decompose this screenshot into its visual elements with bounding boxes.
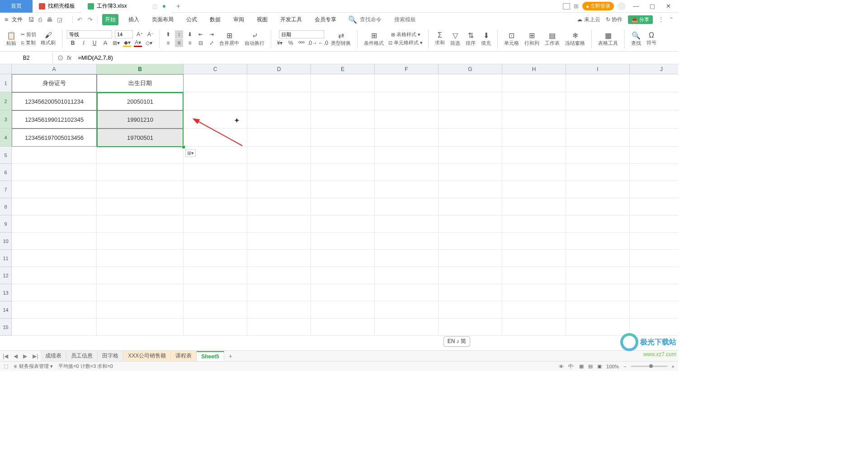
cell[interactable] [439, 267, 502, 284]
cell[interactable] [439, 147, 502, 164]
cell[interactable] [630, 267, 678, 284]
cell[interactable] [566, 198, 630, 215]
cell[interactable] [439, 129, 502, 147]
close-button[interactable]: ✕ [662, 3, 675, 10]
row-header[interactable]: 13 [0, 284, 12, 301]
freeze-button[interactable]: ❄冻结窗格 [563, 28, 587, 50]
zoom-out-button[interactable]: − [623, 364, 626, 369]
col-header[interactable]: D [247, 64, 311, 74]
cell[interactable] [439, 250, 502, 267]
sort-button[interactable]: ⇅排序 [464, 28, 477, 50]
cell[interactable] [247, 215, 311, 233]
col-header[interactable]: G [439, 64, 502, 74]
cell[interactable] [439, 319, 502, 336]
cell[interactable] [502, 129, 566, 147]
preview-icon[interactable]: ⎙ [38, 16, 42, 23]
cell[interactable] [184, 301, 247, 319]
reading-mode-icon[interactable] [563, 3, 570, 10]
row-header[interactable]: 4 [0, 129, 12, 147]
cell[interactable] [566, 301, 630, 319]
underline-button[interactable]: U [90, 39, 99, 47]
cell[interactable] [375, 250, 439, 267]
cell[interactable] [184, 267, 247, 284]
name-box[interactable] [0, 53, 53, 63]
cell[interactable] [375, 110, 439, 129]
cell[interactable] [311, 164, 375, 181]
maximize-button[interactable]: ▢ [646, 3, 659, 10]
collab-button[interactable]: ↻ 协作 [606, 16, 623, 24]
col-header[interactable]: F [375, 64, 439, 74]
cell[interactable] [439, 181, 502, 198]
template-search-input[interactable] [394, 16, 426, 23]
align-center-icon[interactable]: ≡ [175, 39, 183, 47]
sheet-tab[interactable]: 课程表 [171, 351, 197, 361]
share-button[interactable]: 📤 分享 [628, 15, 653, 24]
cell[interactable] [311, 129, 375, 147]
doc-tab-workbook[interactable]: 工作簿3.xlsx ◫ [81, 0, 172, 13]
row-header[interactable]: 1 [0, 74, 12, 92]
cell[interactable] [502, 267, 566, 284]
cell[interactable] [439, 233, 502, 250]
cell[interactable] [439, 74, 502, 92]
cell[interactable] [502, 250, 566, 267]
cell[interactable] [630, 301, 678, 319]
cell[interactable] [184, 198, 247, 215]
align-bot-icon[interactable]: ⬇ [186, 30, 194, 38]
cell[interactable] [12, 198, 97, 215]
dec-decimal-icon[interactable]: ←.0 [319, 39, 327, 47]
cell[interactable] [502, 92, 566, 110]
strike-button[interactable]: A [101, 39, 109, 47]
col-header[interactable]: H [502, 64, 566, 74]
command-search-input[interactable] [360, 16, 392, 23]
cell[interactable] [502, 110, 566, 129]
sheet-tab[interactable]: XXX公司销售额 [123, 351, 171, 361]
sheet-last-icon[interactable]: ▶| [30, 353, 41, 359]
cell[interactable] [630, 74, 678, 92]
cell[interactable] [630, 110, 678, 129]
cell[interactable] [311, 181, 375, 198]
filter-button[interactable]: ▽筛选 [448, 28, 462, 50]
row-header[interactable]: 7 [0, 181, 12, 198]
cell[interactable] [12, 215, 97, 233]
cloud-status[interactable]: ☁ 未上云 [577, 16, 600, 24]
view1-icon[interactable]: ▦ [579, 363, 584, 369]
cell[interactable] [439, 164, 502, 181]
cell[interactable] [311, 233, 375, 250]
cell[interactable] [12, 147, 97, 164]
align-top-icon[interactable]: ⬆ [164, 30, 172, 38]
cell[interactable] [97, 233, 184, 250]
cell[interactable] [184, 164, 247, 181]
cell[interactable]: 123456200501011234 [12, 92, 97, 110]
cell[interactable] [439, 92, 502, 110]
sheet-first-icon[interactable]: |◀ [0, 353, 11, 359]
cell[interactable] [311, 267, 375, 284]
cell[interactable] [247, 74, 311, 92]
cell[interactable]: 出生日期 [97, 74, 184, 92]
cell[interactable] [502, 301, 566, 319]
cell[interactable] [630, 233, 678, 250]
cell[interactable] [375, 215, 439, 233]
cell[interactable] [97, 147, 184, 164]
eye-icon[interactable]: 👁 [559, 364, 564, 369]
decrease-font-icon[interactable]: A⁻ [146, 30, 155, 38]
cell[interactable] [375, 284, 439, 301]
row-header[interactable]: 12 [0, 267, 12, 284]
percent-icon[interactable]: % [287, 39, 295, 47]
cell[interactable] [184, 250, 247, 267]
cell[interactable] [247, 319, 311, 336]
more-icon[interactable]: ⋮ [658, 16, 664, 23]
cell[interactable] [97, 250, 184, 267]
zoom-in-button[interactable]: + [672, 364, 675, 369]
cell[interactable] [12, 267, 97, 284]
file-menu[interactable]: 文件 [12, 16, 23, 24]
row-header[interactable]: 10 [0, 233, 12, 250]
cond-format-button[interactable]: ⊞条件格式 [362, 28, 386, 50]
sheet-tab[interactable]: 员工信息 [66, 351, 98, 361]
cell[interactable] [311, 250, 375, 267]
cell[interactable]: 身份证号 [12, 74, 97, 92]
cell[interactable] [630, 198, 678, 215]
tab-insert[interactable]: 插入 [126, 14, 142, 25]
tab-vip[interactable]: 会员专享 [312, 14, 339, 25]
col-header[interactable]: B [97, 64, 184, 74]
border-button[interactable]: ⊞▾ [112, 39, 120, 47]
